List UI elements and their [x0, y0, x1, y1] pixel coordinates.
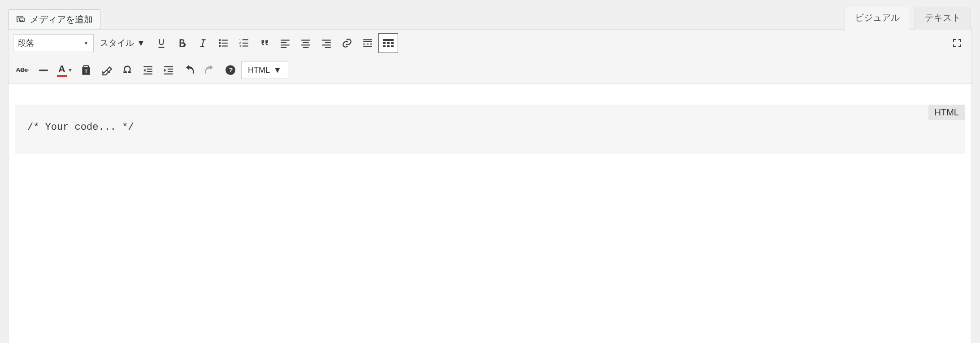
- svg-text:T: T: [85, 69, 88, 74]
- top-bar: メディアを追加 ビジュアル テキスト: [0, 0, 980, 29]
- editor-wrap: メディアを追加 ビジュアル テキスト 段落 ▼ スタイル ▼: [0, 0, 980, 343]
- svg-rect-35: [383, 45, 386, 47]
- svg-rect-29: [370, 44, 372, 44]
- paragraph-format-dropdown[interactable]: 段落 ▼: [13, 34, 94, 52]
- undo-button[interactable]: [179, 60, 199, 80]
- svg-rect-6: [222, 45, 228, 46]
- svg-rect-22: [325, 42, 331, 43]
- italic-button[interactable]: [193, 33, 212, 53]
- svg-rect-4: [222, 40, 228, 40]
- svg-rect-49: [164, 74, 173, 75]
- bold-button[interactable]: [172, 33, 192, 53]
- svg-rect-40: [39, 70, 48, 71]
- svg-rect-25: [363, 39, 372, 40]
- paragraph-format-label: 段落: [18, 38, 34, 48]
- svg-rect-30: [363, 46, 372, 47]
- svg-rect-13: [281, 40, 290, 40]
- editor-tabs: ビジュアル テキスト: [845, 6, 971, 29]
- svg-text:?: ?: [229, 66, 233, 74]
- style-label: スタイル: [100, 37, 134, 49]
- add-media-button[interactable]: メディアを追加: [8, 9, 100, 29]
- svg-rect-42: [143, 66, 152, 67]
- html-insert-label: HTML: [248, 66, 270, 75]
- svg-rect-14: [281, 42, 286, 43]
- indent-button[interactable]: [159, 60, 178, 80]
- code-block-content[interactable]: /* Your code... */: [27, 122, 953, 133]
- add-media-label: メディアを追加: [30, 13, 93, 26]
- bullet-list-button[interactable]: [213, 33, 233, 53]
- chevron-down-icon: ▼: [83, 40, 89, 46]
- svg-rect-36: [387, 45, 390, 47]
- toolbar-row-1-left: 段落 ▼ スタイル ▼: [13, 33, 398, 53]
- numbered-list-button[interactable]: 123: [234, 33, 254, 53]
- paste-text-button[interactable]: T: [76, 60, 96, 80]
- toolbar-toggle-button[interactable]: [378, 33, 398, 53]
- svg-rect-33: [387, 42, 390, 44]
- svg-rect-16: [281, 47, 286, 48]
- code-block-badge: HTML: [928, 105, 965, 120]
- media-icon: [16, 14, 26, 25]
- tab-text[interactable]: テキスト: [915, 7, 971, 30]
- svg-rect-15: [281, 44, 290, 45]
- toolbar: 段落 ▼ スタイル ▼: [8, 29, 972, 84]
- align-left-button[interactable]: [275, 33, 295, 53]
- text-color-swatch: A: [57, 63, 67, 77]
- svg-rect-31: [383, 39, 394, 41]
- text-color-button[interactable]: A ▼: [54, 63, 75, 77]
- chevron-down-icon: ▼: [273, 66, 282, 75]
- strikethrough-button[interactable]: ABє: [13, 60, 33, 80]
- toolbar-row-2: ABє A ▼ T: [9, 57, 971, 84]
- svg-rect-32: [383, 42, 386, 44]
- svg-rect-20: [303, 47, 308, 48]
- chevron-down-icon: ▼: [68, 67, 73, 73]
- chevron-down-icon: ▼: [137, 38, 145, 48]
- text-color-bar: [57, 75, 67, 77]
- svg-rect-17: [301, 40, 310, 40]
- svg-rect-37: [391, 45, 394, 47]
- svg-rect-12: [243, 45, 248, 46]
- special-character-button[interactable]: [117, 60, 137, 80]
- align-right-button[interactable]: [317, 33, 336, 53]
- svg-rect-46: [164, 66, 173, 67]
- svg-rect-48: [168, 71, 173, 72]
- text-color-letter-icon: A: [58, 63, 65, 75]
- svg-rect-10: [243, 39, 248, 40]
- link-button[interactable]: [337, 33, 357, 53]
- svg-rect-11: [243, 43, 248, 44]
- svg-rect-21: [322, 40, 331, 40]
- svg-text:3: 3: [239, 44, 241, 48]
- style-dropdown[interactable]: スタイル ▼: [95, 37, 151, 49]
- svg-point-0: [18, 18, 19, 18]
- svg-point-1: [219, 39, 221, 41]
- align-center-button[interactable]: [296, 33, 316, 53]
- svg-rect-34: [391, 42, 394, 44]
- editor-content-area[interactable]: HTML /* Your code... */: [8, 84, 972, 343]
- code-block[interactable]: HTML /* Your code... */: [15, 105, 965, 154]
- toolbar-row-1: 段落 ▼ スタイル ▼: [9, 30, 971, 57]
- read-more-button[interactable]: [358, 33, 377, 53]
- tab-visual[interactable]: ビジュアル: [845, 7, 910, 30]
- svg-rect-27: [363, 44, 365, 44]
- fullscreen-button[interactable]: [947, 33, 967, 53]
- svg-rect-19: [301, 44, 310, 45]
- svg-rect-24: [325, 47, 331, 48]
- svg-point-3: [219, 45, 221, 47]
- redo-button[interactable]: [200, 60, 220, 80]
- svg-point-2: [219, 42, 221, 44]
- svg-rect-28: [367, 44, 369, 44]
- svg-rect-23: [322, 44, 331, 45]
- help-button[interactable]: ?: [221, 60, 240, 80]
- svg-rect-44: [147, 71, 152, 72]
- underline-button[interactable]: [152, 33, 171, 53]
- outdent-button[interactable]: [138, 60, 158, 80]
- blockquote-button[interactable]: [255, 33, 274, 53]
- svg-rect-43: [147, 69, 152, 70]
- svg-rect-45: [143, 74, 152, 75]
- svg-rect-47: [168, 69, 173, 70]
- clear-formatting-button[interactable]: [97, 60, 117, 80]
- svg-rect-26: [363, 41, 372, 42]
- html-insert-dropdown[interactable]: HTML ▼: [241, 61, 288, 79]
- horizontal-rule-button[interactable]: [34, 60, 53, 80]
- svg-rect-18: [303, 42, 308, 43]
- svg-rect-5: [222, 43, 228, 44]
